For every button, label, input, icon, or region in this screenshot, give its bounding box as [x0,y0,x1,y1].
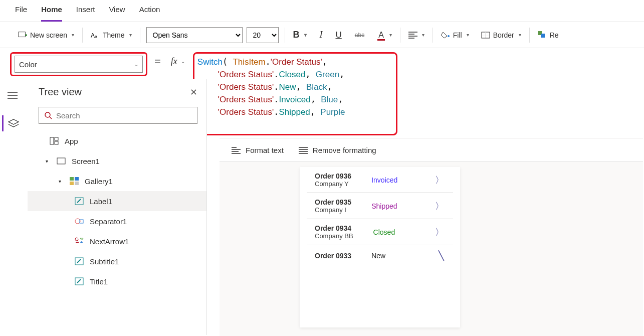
gallery-preview: Order 0936 Company Y Invoiced 〉 Order 09… [300,167,460,327]
order-text: Order 0936 Company Y [315,172,351,188]
format-text-button[interactable]: Format text [232,146,284,154]
search-box[interactable] [39,107,197,124]
chevron-down-icon: ⌄ [181,59,185,64]
tree-separator1[interactable]: Separator1 [28,211,206,231]
order-status: Closed [353,228,435,236]
reorder-label: Re [550,31,559,39]
chevron-down-icon: ▾ [467,32,469,38]
tree-app[interactable]: App [28,131,206,151]
caret-down-icon: ▾ [46,158,51,164]
order-status: Invoiced [351,176,435,184]
order-company: Company BB [315,232,353,240]
remove-format-button[interactable]: Remove formatting [299,146,376,154]
menu-action[interactable]: Action [139,3,160,22]
bold-button[interactable]: B▾ [291,28,309,42]
tree-nextarrow1[interactable]: NextArrow1 [28,231,206,251]
reorder-icon [538,31,547,40]
font-family-select[interactable]: Open Sans [146,27,243,43]
align-button[interactable]: ▾ [406,29,426,42]
close-button[interactable]: ✕ [190,87,197,98]
caret-down-icon: ▾ [59,179,64,184]
formula-tools: Format text Remove formatting [220,138,643,162]
hamburger-button[interactable] [3,87,23,103]
order-row[interactable]: Order 0936 Company Y Invoiced 〉 [307,167,453,193]
svg-rect-11 [57,158,65,164]
fill-icon [441,31,450,40]
order-title: Order 0936 [315,172,351,180]
font-color-icon: A [377,31,385,40]
border-icon [481,31,490,40]
hamburger-icon [8,92,18,99]
left-rail [0,80,25,336]
reorder-button[interactable]: Re [536,29,561,42]
order-text: Order 0933 [315,252,351,260]
tree-label1[interactable]: Label1 [28,191,206,211]
italic-button[interactable]: I [318,28,325,42]
fx-button[interactable]: fx ⌄ [168,52,188,67]
format-text-label: Format text [246,146,284,154]
svg-rect-8 [50,137,54,144]
search-input[interactable] [56,111,192,120]
new-screen-label: New screen [30,31,67,39]
tree-app-label: App [65,137,78,145]
tree-subtitle1[interactable]: Subtitle1 [28,251,206,271]
menu-view[interactable]: View [109,3,125,22]
svg-point-7 [45,112,50,117]
formula-bar[interactable]: Switch( ThisItem.'Order Status', 'Orders… [197,56,393,130]
tree-screen1-label: Screen1 [72,157,100,165]
font-color-button[interactable]: A ▾ [375,29,394,42]
underline-button[interactable]: U [334,28,344,42]
svg-point-3 [448,35,450,37]
layers-icon [8,119,19,128]
border-label: Border [493,31,514,39]
fill-button[interactable]: Fill ▾ [439,29,471,42]
svg-rect-12 [70,177,74,181]
new-screen-button[interactable]: New screen ▾ [16,29,76,42]
format-icon [232,147,241,154]
equals-label: = [152,52,163,68]
menu-home[interactable]: Home [41,3,62,22]
remove-format-label: Remove formatting [313,146,376,154]
order-title: Order 0934 [315,224,353,232]
theme-button[interactable]: Aa Theme ▾ [89,29,134,42]
tree-subtitle1-label: Subtitle1 [90,257,119,266]
tree-view-panel: Tree view ✕ App ▾ Screen1 ▾ Gallery1 Lab… [28,79,207,335]
tree-view-button[interactable] [2,115,22,131]
order-row[interactable]: Order 0934 Company BB Closed 〉 [307,219,453,245]
menu-insert[interactable]: Insert [76,3,95,22]
tree-gallery1[interactable]: ▾ Gallery1 [28,171,206,191]
property-select[interactable]: Color ⌄ [15,56,143,73]
order-title: Order 0933 [315,252,351,260]
tree-title1[interactable]: Title1 [28,271,206,291]
strike-button[interactable]: abc [353,30,366,41]
tree-separator1-label: Separator1 [90,217,127,226]
order-row[interactable]: Order 0935 Company I Shipped 〉 [307,193,453,219]
svg-rect-9 [55,137,58,140]
nextarrow-icon [74,236,85,246]
chevron-down-icon: ▾ [422,32,424,38]
new-screen-icon [18,31,27,40]
chevron-right-icon: ╲ [439,250,449,261]
fx-label: fx [171,56,177,67]
formula-highlight: Switch( ThisItem.'Order Status', 'Orders… [193,52,397,135]
font-size-select[interactable]: 20 [247,27,279,43]
chevron-down-icon: ▾ [129,32,132,38]
search-icon [44,111,52,119]
svg-rect-14 [70,182,74,185]
order-company: Company Y [315,180,351,188]
theme-icon: Aa [91,31,100,40]
chevron-down-icon: ▾ [519,32,521,38]
order-company: Company I [315,206,351,214]
chevron-down-icon: ⌄ [134,62,138,67]
tree-screen1[interactable]: ▾ Screen1 [28,151,206,171]
tree-nextarrow1-label: NextArrow1 [90,237,129,246]
menu-file[interactable]: File [15,3,27,22]
border-button[interactable]: Border ▾ [479,29,523,42]
label-icon [74,276,85,286]
label-icon [74,256,85,266]
order-row[interactable]: Order 0933 New ╲ [307,245,453,266]
order-text: Order 0934 Company BB [315,224,353,240]
chevron-down-icon: ▾ [304,32,307,38]
tree-title1-label: Title1 [90,277,108,286]
order-text: Order 0935 Company I [315,198,351,214]
